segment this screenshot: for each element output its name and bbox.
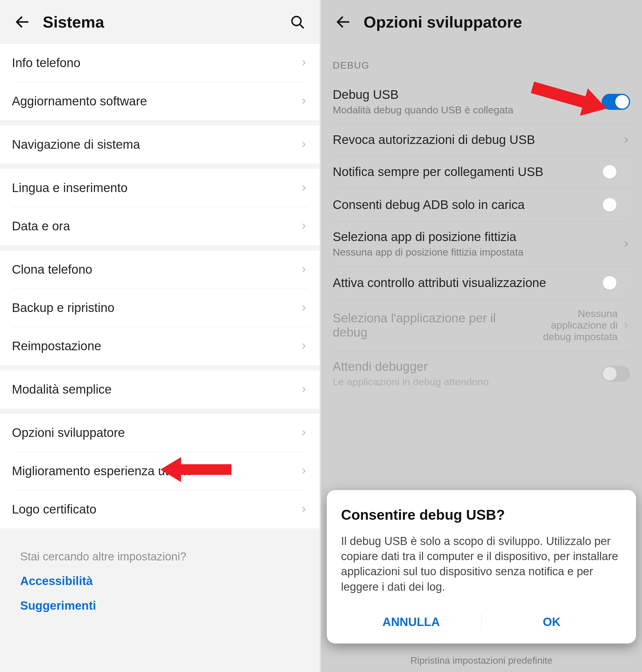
row-backup-ripristino[interactable]: Backup e ripristino	[0, 289, 320, 327]
system-settings-pane: Sistema Info telefono Aggiornamento soft…	[0, 0, 320, 672]
row-label: Navigazione di sistema	[12, 138, 299, 152]
header: Sistema	[0, 0, 320, 44]
chevron-right-icon	[299, 383, 308, 396]
row-opzioni-sviluppatore[interactable]: Opzioni sviluppatore	[0, 414, 320, 452]
row-label: Backup e ripristino	[12, 301, 299, 315]
row-subtitle: Nessuna app di posizione fittizia impost…	[333, 246, 622, 258]
row-modalita-semplice[interactable]: Modalità semplice	[0, 371, 320, 409]
arrow-left-icon	[335, 14, 351, 30]
reset-defaults-link[interactable]: Ripristina impostazioni predefinite	[321, 655, 642, 666]
dialog-ok-button[interactable]: OK	[482, 608, 622, 636]
back-button[interactable]	[333, 12, 354, 33]
toggle-view-attributes[interactable]	[602, 275, 630, 291]
row-aggiornamento-software[interactable]: Aggiornamento software	[0, 82, 320, 120]
row-title: Seleziona app di posizione fittizia	[333, 230, 622, 244]
arrow-left-icon	[14, 14, 30, 30]
chevron-right-icon	[622, 133, 630, 146]
dialog-title: Consentire debug USB?	[341, 507, 622, 523]
row-title: Attendi debugger	[333, 360, 602, 374]
toggle-debug-usb[interactable]	[602, 94, 630, 110]
chevron-right-icon	[299, 56, 308, 69]
hint-question: Stai cercando altre impostazioni?	[20, 550, 299, 563]
row-title: Notifica sempre per collegamenti USB	[333, 165, 602, 179]
row-value: Nessuna applicazione di debug impostata	[529, 308, 618, 343]
svg-line-2	[300, 24, 303, 28]
row-label: Clona telefono	[12, 262, 299, 277]
page-title: Opzioni sviluppatore	[363, 13, 522, 31]
row-logo-certificato[interactable]: Logo certificato	[0, 490, 320, 528]
row-subtitle: Modalità debug quando USB è collegata	[333, 104, 602, 116]
row-label: Modalità semplice	[12, 382, 299, 397]
row-lingua-inserimento[interactable]: Lingua e inserimento	[0, 169, 320, 207]
toggle-adb-in-carica[interactable]	[602, 197, 630, 213]
row-mock-location[interactable]: Seleziona app di posizione fittizia Ness…	[321, 221, 642, 266]
row-subtitle: Le applicazioni in debug attendono	[333, 376, 602, 388]
header: Opzioni sviluppatore	[321, 0, 642, 44]
row-revoca-autorizzazioni[interactable]: Revoca autorizzazioni di debug USB	[321, 124, 642, 155]
toggle-notifica-usb[interactable]	[602, 164, 630, 180]
chevron-right-icon	[299, 465, 308, 478]
chevron-right-icon	[299, 426, 308, 439]
chevron-right-icon	[299, 95, 308, 108]
chevron-right-icon	[622, 319, 630, 332]
dialog-cancel-button[interactable]: ANNULLA	[341, 608, 482, 636]
row-label: Miglioramento esperienza utente	[12, 464, 299, 478]
section-header-debug: DEBUG	[321, 44, 642, 79]
row-adb-in-carica[interactable]: Consenti debug ADB solo in carica	[321, 189, 642, 221]
row-wait-debugger: Attendi debugger Le applicazioni in debu…	[321, 351, 642, 396]
row-title: Seleziona l'applicazione per il debug	[333, 311, 529, 339]
row-title: Consenti debug ADB solo in carica	[333, 198, 602, 212]
row-notifica-usb[interactable]: Notifica sempre per collegamenti USB	[321, 156, 642, 188]
row-title: Revoca autorizzazioni di debug USB	[333, 133, 622, 147]
row-label: Logo certificato	[12, 502, 299, 516]
chevron-right-icon	[299, 301, 308, 314]
row-label: Data e ora	[12, 219, 299, 233]
row-reimpostazione[interactable]: Reimpostazione	[0, 327, 320, 365]
row-title: Attiva controllo attributi visualizzazio…	[333, 276, 602, 290]
dialog-body: Il debug USB è solo a scopo di sviluppo.…	[341, 534, 622, 595]
toggle-wait-debugger	[602, 366, 630, 382]
chevron-right-icon	[299, 263, 308, 276]
search-icon	[290, 14, 305, 30]
row-debug-usb[interactable]: Debug USB Modalità debug quando USB è co…	[321, 79, 642, 124]
row-label: Reimpostazione	[12, 339, 299, 353]
row-view-attributes[interactable]: Attiva controllo attributi visualizzazio…	[321, 267, 642, 299]
usb-debug-dialog: Consentire debug USB? Il debug USB è sol…	[327, 490, 636, 644]
chevron-right-icon	[299, 339, 308, 353]
row-data-ora[interactable]: Data e ora	[0, 207, 320, 245]
developer-options-pane: Opzioni sviluppatore DEBUG Debug USB Mod…	[320, 0, 642, 672]
row-select-debug-app: Seleziona l'applicazione per il debug Ne…	[321, 299, 642, 351]
chevron-right-icon	[299, 503, 308, 516]
row-label: Lingua e inserimento	[12, 181, 299, 195]
row-info-telefono[interactable]: Info telefono	[0, 44, 320, 82]
chevron-right-icon	[299, 138, 308, 151]
back-button[interactable]	[12, 12, 33, 33]
search-button[interactable]	[287, 12, 308, 33]
other-settings-hint: Stai cercando altre impostazioni? Access…	[12, 540, 308, 630]
page-title: Sistema	[43, 13, 287, 31]
row-navigazione-sistema[interactable]: Navigazione di sistema	[0, 126, 320, 164]
row-label: Info telefono	[12, 56, 299, 70]
row-title: Debug USB	[333, 88, 602, 102]
link-accessibilita[interactable]: Accessibilità	[20, 574, 299, 588]
row-miglioramento-esperienza[interactable]: Miglioramento esperienza utente	[0, 452, 320, 490]
row-label: Aggiornamento software	[12, 94, 299, 108]
chevron-right-icon	[299, 220, 308, 233]
chevron-right-icon	[622, 237, 630, 250]
row-clona-telefono[interactable]: Clona telefono	[0, 250, 320, 288]
row-label: Opzioni sviluppatore	[12, 426, 299, 440]
link-suggerimenti[interactable]: Suggerimenti	[20, 599, 299, 612]
chevron-right-icon	[299, 181, 308, 194]
